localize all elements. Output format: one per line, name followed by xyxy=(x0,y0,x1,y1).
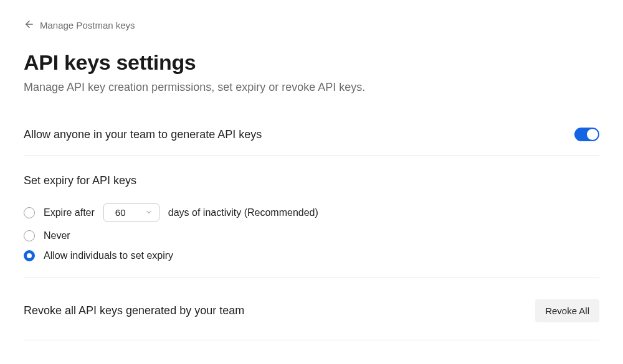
toggle-knob xyxy=(587,129,598,140)
expire-after-suffix: days of inactivity (Recommended) xyxy=(168,207,318,218)
expiry-section: Set expiry for API keys Expire after 60 … xyxy=(24,156,599,278)
chevron-down-icon xyxy=(136,207,153,218)
generate-permission-label: Allow anyone in your team to generate AP… xyxy=(24,128,262,141)
page-subtitle: Manage API key creation permissions, set… xyxy=(24,81,599,94)
page-title: API keys settings xyxy=(24,50,599,75)
generate-permission-row: Allow anyone in your team to generate AP… xyxy=(24,125,599,156)
expire-after-prefix: Expire after xyxy=(44,207,95,218)
expiry-never-label: Never xyxy=(44,230,70,241)
breadcrumb-back[interactable]: Manage Postman keys xyxy=(24,19,135,32)
expire-days-value: 60 xyxy=(115,207,126,218)
radio-expire-after[interactable] xyxy=(24,207,35,218)
expiry-option-individuals[interactable]: Allow individuals to set expiry xyxy=(24,250,599,261)
arrow-left-icon xyxy=(24,19,35,32)
breadcrumb-label: Manage Postman keys xyxy=(40,20,135,30)
radio-never[interactable] xyxy=(24,230,35,241)
generate-permission-toggle[interactable] xyxy=(574,128,599,141)
expiry-individuals-label: Allow individuals to set expiry xyxy=(44,250,173,261)
revoke-all-button[interactable]: Revoke All xyxy=(535,299,599,322)
revoke-label: Revoke all API keys generated by your te… xyxy=(24,304,244,317)
expiry-heading: Set expiry for API keys xyxy=(24,174,599,187)
expiry-option-never[interactable]: Never xyxy=(24,230,599,241)
revoke-section: Revoke all API keys generated by your te… xyxy=(24,278,599,340)
expire-days-select[interactable]: 60 xyxy=(103,203,159,222)
expiry-option-expire-after[interactable]: Expire after 60 days of inactivity (Reco… xyxy=(24,203,599,222)
radio-individuals[interactable] xyxy=(24,250,35,261)
